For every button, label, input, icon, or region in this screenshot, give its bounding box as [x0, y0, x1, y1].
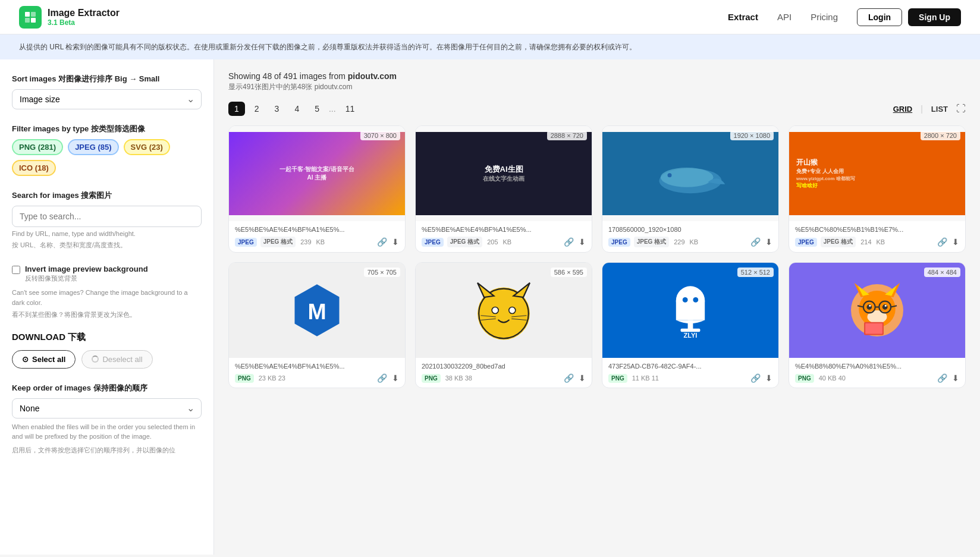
link-icon[interactable]: 🔗	[750, 373, 761, 383]
chip-jpeg[interactable]: JPEG (85)	[68, 139, 118, 155]
link-icon[interactable]: 🔗	[564, 237, 574, 247]
download-icon[interactable]: ⬇	[952, 373, 959, 383]
download-icon[interactable]: ⬇	[765, 237, 772, 247]
download-section: DOWNLOAD 下载 ⊙ Select all Deselect all	[12, 332, 202, 369]
logo: Image Extractor 3.1 Beta	[19, 6, 120, 29]
image-card-top: 1920 × 1080	[602, 126, 778, 221]
format-badge-primary: JPEG	[422, 238, 444, 247]
image-name: %E5%BE%AE%E4%BF%A1%E5%...	[235, 226, 399, 233]
image-dims: 512 × 512	[737, 268, 774, 277]
image-card: 1920 × 1080 1708560000_1920×1080	[602, 125, 779, 253]
chip-svg[interactable]: SVG (23)	[124, 139, 170, 155]
nav-extract[interactable]: Extract	[728, 12, 758, 22]
svg-rect-3	[31, 18, 36, 23]
link-icon[interactable]: 🔗	[377, 373, 387, 383]
search-hint-en: Find by URL, name, type and width/height…	[12, 229, 202, 238]
image-size: 214	[860, 238, 871, 246]
invert-section: Invert image preview background 反转图像预览背景…	[12, 265, 202, 320]
invert-checkbox[interactable]	[12, 266, 20, 274]
format-badge-primary: JPEG	[608, 238, 630, 247]
app-title: Image Extractor	[48, 8, 120, 18]
download-icon[interactable]: ⬇	[392, 373, 399, 383]
nav-pricing[interactable]: Pricing	[811, 12, 838, 22]
image-card: 705 × 705 M %E5%BE%AE%E4%BF%A1%E5%... PN…	[228, 262, 406, 388]
notice-bar: 从提供的 URL 检索到的图像可能具有不同的版权状态。在使用或重新分发任何下载的…	[0, 34, 980, 59]
image-card: 2888 × 720 免费AI生图 在线文字生动画 %E5%BE%AE%E4%B…	[415, 125, 592, 253]
domain-name: pidoutv.com	[348, 71, 397, 81]
select-all-button[interactable]: ⊙ Select all	[12, 350, 76, 369]
link-icon[interactable]: 🔗	[377, 237, 387, 247]
invert-sub-label: 反转图像预览背景	[25, 273, 148, 284]
invert-hint-en: Can't see some images? Change the image …	[12, 288, 202, 307]
nav-api[interactable]: API	[777, 12, 791, 22]
page-2[interactable]: 2	[249, 102, 265, 116]
download-icon[interactable]: ⬇	[579, 373, 586, 383]
filter-label: Filter images by type 按类型筛选图像	[12, 124, 202, 134]
image-card-body: %E5%BE%AE%E4%BF%A1%E5%... JPEG JPEG 格式 2…	[229, 221, 405, 252]
page-1[interactable]: 1	[228, 102, 245, 116]
chip-png[interactable]: PNG (281)	[12, 139, 63, 155]
svg-text:ZLYI: ZLYI	[684, 332, 698, 339]
sort-select[interactable]: Image size	[12, 89, 202, 109]
image-card-top: 705 × 705 M	[229, 263, 405, 358]
page-3[interactable]: 3	[269, 102, 285, 116]
image-card-body: %E4%B8%80%E7%A0%81%E5%... PNG 40 KB 40 🔗…	[789, 358, 965, 388]
svg-point-14	[492, 307, 498, 314]
svg-marker-12	[478, 283, 494, 297]
keep-order-select[interactable]: None	[12, 398, 202, 418]
image-meta: PNG 23 KB 23 🔗 ⬇	[235, 373, 399, 383]
svg-rect-44	[865, 323, 882, 334]
image-actions: 🔗 ⬇	[377, 237, 399, 247]
image-card: 484 × 484	[789, 262, 966, 388]
link-icon[interactable]: 🔗	[564, 373, 574, 383]
page-11[interactable]: 11	[340, 102, 361, 116]
download-icon[interactable]: ⬇	[952, 237, 959, 247]
search-input[interactable]	[12, 206, 202, 227]
login-button[interactable]: Login	[857, 8, 902, 26]
image-card-body: %E5%BE%AE%E4%BF%A1%E5%... JPEG JPEG 格式 2…	[416, 221, 592, 252]
image-unit: KB	[690, 238, 699, 246]
download-icon[interactable]: ⬇	[579, 237, 586, 247]
deselect-spinner-icon	[92, 355, 99, 363]
image-card-top: 2888 × 720 免费AI生图 在线文字生动画	[416, 126, 592, 221]
content-header: Showing 48 of 491 images from pidoutv.co…	[228, 71, 966, 92]
fullscreen-icon[interactable]: ⛶	[956, 103, 966, 114]
download-icon[interactable]: ⬇	[765, 373, 772, 383]
page-5[interactable]: 5	[309, 102, 325, 116]
keep-order-section: Keep order of images 保持图像的顺序 None When e…	[12, 383, 202, 455]
link-icon[interactable]: 🔗	[750, 237, 761, 247]
image-name: %E5%BE%AE%E4%BF%A1%E5%...	[422, 226, 586, 233]
link-icon[interactable]: 🔗	[937, 373, 947, 383]
header: Image Extractor 3.1 Beta Extract API Pri…	[0, 0, 980, 34]
keep-order-hint: When enabled the files will be in the or…	[12, 422, 202, 442]
download-icon[interactable]: ⬇	[392, 237, 399, 247]
image-size: 23 KB 23	[259, 375, 285, 382]
image-dims: 3070 × 800	[360, 131, 400, 140]
image-dims: 1920 × 1080	[730, 131, 774, 140]
svg-rect-0	[25, 12, 30, 17]
image-name: %E5%BC%80%E5%B1%B1%E7%...	[795, 226, 959, 233]
image-actions: 🔗 ⬇	[937, 237, 959, 247]
svg-rect-21	[676, 301, 705, 320]
content-topbar: 1 2 3 4 5 ... 11 GRID | LIST ⛶	[228, 102, 966, 116]
image-size: 11 KB 11	[632, 375, 659, 382]
image-unit: KB	[877, 238, 885, 246]
svg-point-42	[885, 305, 887, 307]
list-view-button[interactable]: LIST	[928, 103, 951, 115]
invert-checkbox-row: Invert image preview background 反转图像预览背景	[12, 265, 202, 284]
grid-view-button[interactable]: GRID	[890, 103, 916, 115]
image-actions: 🔗 ⬇	[377, 373, 399, 383]
page-4[interactable]: 4	[288, 102, 305, 116]
link-icon[interactable]: 🔗	[937, 237, 947, 247]
format-badge-primary: JPEG	[795, 238, 817, 247]
chip-ico[interactable]: ICO (18)	[12, 160, 56, 176]
keep-order-select-wrapper: None	[12, 398, 202, 418]
image-size: 38 KB 38	[445, 375, 472, 382]
deselect-all-button[interactable]: Deselect all	[81, 350, 152, 369]
format-badge-primary: JPEG	[235, 238, 257, 247]
image-meta: JPEG JPEG 格式 239 KB 🔗 ⬇	[235, 237, 399, 247]
image-dims: 484 × 484	[924, 268, 960, 277]
signup-button[interactable]: Sign Up	[908, 8, 961, 26]
image-card-top: 586 × 595	[416, 263, 592, 358]
image-grid: 3070 × 800 一起千客·智能文案/语音平台AI 主播 %E5%BE%AE…	[228, 125, 966, 388]
